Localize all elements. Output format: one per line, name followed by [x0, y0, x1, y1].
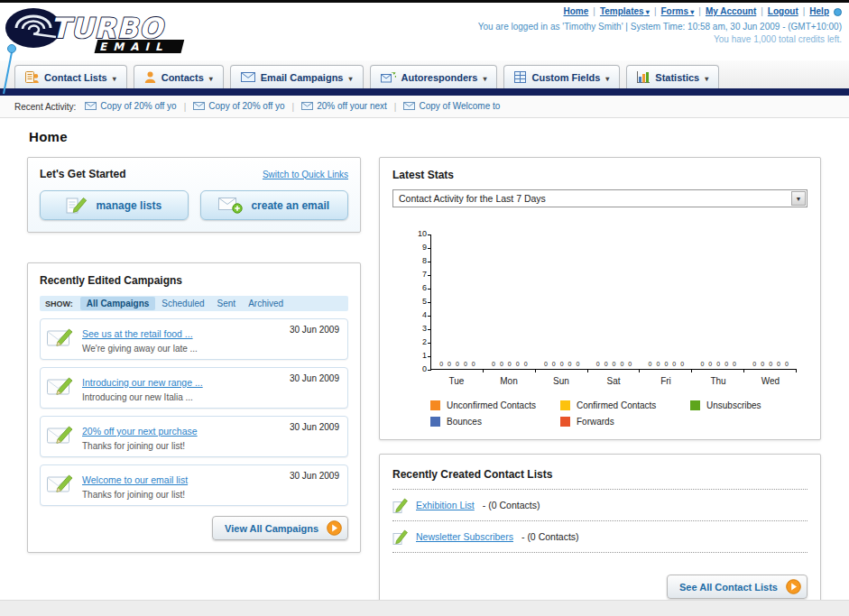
campaign-row[interactable]: Welcome to our email listThanks for join…	[40, 464, 348, 506]
contact-list-row[interactable]: Newsletter Subscribers(0 Contacts)	[392, 521, 807, 553]
create-an-email-button[interactable]: create an email	[200, 190, 349, 220]
bar-value-label: 0	[516, 361, 520, 367]
item-separator	[177, 102, 194, 112]
button-label: create an email	[251, 199, 329, 212]
recent-activity-item[interactable]: Copy of 20% off yo	[193, 101, 284, 111]
link-separator	[756, 6, 768, 16]
switch-quick-links-link[interactable]: Switch to Quick Links	[263, 170, 348, 179]
bar-value-label: 0	[577, 361, 580, 367]
campaigns-title: Recently Edited Campaigns	[40, 274, 348, 287]
bar-value-label: 0	[733, 361, 736, 367]
email-campaigns-icon	[241, 72, 255, 82]
see-all-contact-lists-button[interactable]: See All Contact Lists	[667, 575, 807, 599]
contact-list-link[interactable]: Exhibition List	[416, 500, 475, 510]
recent-activity-link[interactable]: Copy of Welcome to	[419, 101, 500, 111]
recent-activity-item[interactable]: Copy of 20% off yo	[85, 101, 176, 111]
button-label: View All Campaigns	[225, 523, 318, 534]
x-axis-label: Wed	[744, 376, 797, 386]
pencil-icon	[392, 497, 408, 513]
link-separator	[798, 6, 810, 16]
contact-list-row[interactable]: Exhibition List(0 Contacts)	[392, 490, 807, 521]
show-label: SHOW:	[45, 299, 73, 308]
bar-value-label: 0	[544, 361, 548, 367]
x-axis-label: Fri	[640, 376, 692, 386]
chevron-down-icon	[483, 72, 486, 83]
contact-lists-title: Recently Created Contact Lists	[392, 468, 552, 481]
chart-bar-group: 00000	[536, 234, 588, 369]
bar-value-label: 0	[596, 361, 600, 367]
campaign-title-link[interactable]: Introducing our new range ...	[82, 377, 203, 388]
bar-value-label: 0	[761, 361, 764, 367]
arrow-circle-icon	[327, 520, 342, 536]
campaign-row[interactable]: 20% off your next purchaseThanks for joi…	[40, 416, 348, 457]
campaign-row[interactable]: See us at the retail food ...We're givin…	[40, 318, 348, 360]
filter-archived[interactable]: Archived	[242, 297, 290, 310]
x-axis-label: Tue	[430, 376, 483, 386]
top-link-templates[interactable]: Templates	[600, 6, 650, 16]
logo-pointer-decoration	[2, 43, 16, 96]
page-title: Home	[29, 129, 821, 144]
bar-value-label: 0	[672, 361, 676, 367]
contact-lists-icon	[25, 71, 39, 83]
stats-period-value: Contact Activity for the Last 7 Days	[399, 193, 546, 204]
nav-tab-label: Statistics	[655, 72, 699, 83]
logo-text-main: TURBO	[51, 12, 165, 44]
nav-tab-autoresponders[interactable]: Autoresponders	[370, 65, 498, 88]
recent-activity-item[interactable]: Copy of Welcome to	[403, 101, 500, 111]
bar-value-label: 0	[552, 361, 556, 367]
legend-label: Confirmed Contacts	[577, 400, 656, 410]
bar-value-label: 0	[716, 361, 720, 367]
bar-value-label: 0	[568, 361, 572, 367]
item-separator	[285, 102, 302, 112]
filter-scheduled[interactable]: Scheduled	[155, 297, 210, 310]
y-axis-tick	[428, 329, 431, 330]
x-axis-label: Sat	[587, 376, 640, 386]
recent-activity-link[interactable]: Copy of 20% off yo	[208, 101, 284, 111]
top-link-my-account[interactable]: My Account	[706, 6, 756, 16]
nav-tab-contact-lists[interactable]: Contact Lists	[14, 65, 127, 88]
recent-activity-item[interactable]: 20% off your next	[301, 101, 387, 111]
campaign-date: 30 Jun 2009	[290, 471, 339, 481]
nav-tab-label: Email Campaigns	[261, 72, 344, 83]
nav-tab-contacts[interactable]: Contacts	[134, 65, 224, 88]
top-link-forms[interactable]: Forms	[661, 6, 695, 16]
filter-sent[interactable]: Sent	[211, 297, 243, 310]
view-all-campaigns-button[interactable]: View All Campaigns	[212, 516, 348, 540]
divider-bar	[0, 88, 849, 96]
recent-activity-link[interactable]: Copy of 20% off yo	[100, 101, 176, 111]
campaign-row[interactable]: Introducing our new range ...Introducing…	[40, 367, 348, 409]
top-link-home[interactable]: Home	[564, 6, 589, 16]
legend-swatch	[430, 400, 440, 410]
campaign-title-link[interactable]: Welcome to our email list	[82, 474, 188, 485]
legend-item: Bounces	[430, 417, 560, 427]
bar-value-label: 0	[560, 361, 564, 367]
envelope-icon	[85, 102, 97, 110]
filter-all-campaigns[interactable]: All Campaigns	[80, 297, 155, 310]
recent-activity-link[interactable]: 20% off your next	[317, 101, 387, 111]
contact-list-link[interactable]: Newsletter Subscribers	[416, 531, 513, 542]
campaign-title-link[interactable]: See us at the retail food ...	[82, 328, 193, 339]
y-axis-label: 7	[422, 271, 427, 279]
bar-value-label: 0	[620, 361, 623, 367]
nav-tab-email-campaigns[interactable]: Email Campaigns	[230, 65, 364, 88]
y-axis-label: 3	[422, 325, 427, 333]
button-label: See All Contact Lists	[679, 582, 778, 593]
top-link-help[interactable]: Help	[809, 6, 829, 16]
bar-value-label: 0	[752, 361, 756, 367]
footer-strip	[0, 600, 849, 616]
latest-stats-panel: Latest Stats Contact Activity for the La…	[379, 157, 821, 440]
stats-period-select[interactable]: Contact Activity for the Last 7 Days	[392, 189, 807, 207]
nav-tab-custom-fields[interactable]: Custom Fields	[503, 65, 620, 88]
campaign-edit-icon	[47, 424, 74, 446]
bar-value-labels: 00000	[640, 361, 692, 367]
top-links: HomeTemplatesFormsMy AccountLogoutHelp	[478, 6, 842, 16]
custom-fields-icon	[514, 71, 526, 83]
top-link-logout[interactable]: Logout	[768, 6, 798, 16]
nav-tab-statistics[interactable]: Statistics	[626, 65, 719, 88]
create-email-icon	[218, 197, 243, 214]
y-axis-label: 0	[422, 365, 427, 373]
manage-lists-button[interactable]: manage lists	[40, 190, 189, 220]
campaign-title-link[interactable]: 20% off your next purchase	[82, 426, 198, 437]
manage-lists-icon	[66, 196, 88, 215]
y-axis-tick	[428, 370, 431, 371]
